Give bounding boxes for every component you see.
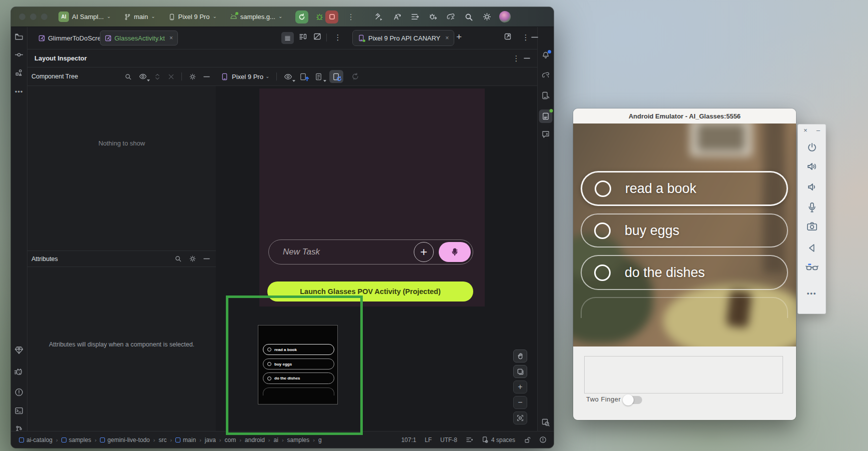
gradle-sync-icon[interactable]: [443, 10, 458, 24]
editor-more-icon[interactable]: ⋮: [331, 33, 344, 42]
run-options-more-icon[interactable]: ⋮: [344, 12, 357, 22]
target-device-selector[interactable]: Pixel 9 Pro⌄: [168, 13, 217, 20]
add-device-tab-icon[interactable]: +: [456, 32, 462, 42]
zoom-out-icon[interactable]: −: [513, 396, 527, 409]
tree-visibility-eye-icon[interactable]: [139, 72, 147, 80]
line-ending[interactable]: LF: [425, 436, 432, 444]
touchpad-area[interactable]: [584, 356, 783, 394]
panel-minimize-icon[interactable]: –: [817, 126, 820, 134]
layout-inspector-toggle-icon[interactable]: [541, 418, 550, 427]
settings-gear-icon[interactable]: [479, 10, 494, 24]
device-actions-list-icon[interactable]: [315, 72, 323, 81]
hide-tree-icon[interactable]: [203, 76, 210, 78]
device-visibility-eye-icon[interactable]: [284, 72, 292, 81]
close-tab-icon[interactable]: ×: [169, 34, 173, 42]
panel-close-icon[interactable]: ×: [804, 126, 808, 134]
zoom-in-icon[interactable]: +: [513, 380, 527, 394]
emulator-screen[interactable]: read a book buy eggs do the dishes: [573, 124, 796, 346]
volume-up-icon[interactable]: [806, 160, 818, 172]
toggle-layout-inspection-icon[interactable]: [329, 70, 343, 83]
profiler-icon[interactable]: [407, 10, 422, 24]
run-anything-icon[interactable]: [389, 10, 404, 24]
power-button-icon[interactable]: [806, 142, 818, 154]
device-tab-pixel9pro-canary[interactable]: Pixel 9 Pro API CANARY ×: [352, 30, 454, 46]
fit-to-screen-icon[interactable]: [513, 412, 527, 424]
radio-circle-icon[interactable]: [594, 264, 611, 281]
search-everywhere-icon[interactable]: [461, 10, 476, 24]
panel-options-icon[interactable]: ⋮: [519, 33, 532, 42]
hide-panel-icon[interactable]: [531, 36, 538, 38]
stop-button[interactable]: [325, 10, 338, 24]
refresh-icon[interactable]: [351, 72, 359, 80]
app-quality-insights-icon[interactable]: [14, 368, 24, 376]
open-in-window-icon[interactable]: [504, 32, 512, 40]
pan-hand-icon[interactable]: [513, 350, 527, 362]
editor-split-view-icon[interactable]: [299, 32, 307, 40]
camera-icon[interactable]: [806, 221, 818, 232]
mirrored-phone-screen[interactable]: New Task + Launch Glasses POV Activity (…: [259, 88, 485, 306]
file-encoding[interactable]: UTF-8: [440, 436, 457, 444]
launch-glasses-pov-button[interactable]: Launch Glasses POV Activity (Projected): [267, 282, 473, 302]
rerun-button[interactable]: [295, 10, 308, 24]
more-tool-windows-icon[interactable]: •••: [15, 88, 23, 96]
breadcrumb[interactable]: ai-catalog› samples› gemini-live-todo› s…: [19, 436, 322, 444]
traffic-lights[interactable]: [19, 14, 47, 20]
tree-search-icon[interactable]: [124, 73, 132, 80]
editor-list-view-icon[interactable]: [281, 32, 294, 44]
attach-debugger-icon[interactable]: [425, 10, 440, 24]
layers-icon[interactable]: [513, 365, 527, 378]
device-manager-icon[interactable]: [541, 91, 550, 100]
tab-glassesactivity[interactable]: GlassesActivity.kt ×: [100, 30, 178, 46]
glasses-pov-preview[interactable]: read a book buy eggs do the dishes: [258, 325, 338, 404]
gemini-chat-icon[interactable]: [541, 130, 550, 139]
emulator-titlebar[interactable]: Android Emulator - AI_Glasses:5556: [573, 108, 796, 124]
chevron-down-icon[interactable]: ⌄: [265, 74, 269, 79]
task-item-read-a-book[interactable]: read a book: [581, 171, 788, 206]
back-button-icon[interactable]: [807, 242, 818, 254]
inspector-options-icon[interactable]: ⋮: [510, 54, 523, 63]
notifications-bell-icon[interactable]: [541, 51, 550, 60]
run-configuration-selector[interactable]: samples.g...⌄: [230, 13, 282, 20]
terminal-icon[interactable]: [15, 406, 23, 415]
close-device-tab-icon[interactable]: ×: [445, 34, 449, 42]
radio-circle-icon[interactable]: [594, 222, 611, 239]
microphone-icon[interactable]: [806, 201, 818, 214]
hide-attributes-icon[interactable]: [203, 258, 210, 260]
tree-settings-gear-icon[interactable]: [189, 73, 196, 80]
unlock-icon[interactable]: [524, 436, 531, 444]
attributes-search-icon[interactable]: [174, 255, 182, 262]
close-window-button[interactable]: [19, 14, 25, 20]
two-finger-toggle[interactable]: [624, 396, 642, 404]
project-selector[interactable]: AI AI Sampl...⌄: [58, 12, 111, 22]
gemini-gem-icon[interactable]: [14, 346, 23, 354]
project-folder-icon[interactable]: [15, 32, 23, 41]
vcs-branch-selector[interactable]: main⌄: [124, 13, 155, 20]
attributes-settings-gear-icon[interactable]: [189, 255, 196, 262]
problems-icon[interactable]: [15, 388, 23, 396]
radio-circle-icon[interactable]: [595, 180, 611, 197]
mirrored-device-name[interactable]: Pixel 9 Pro: [232, 73, 263, 80]
commit-icon[interactable]: [15, 50, 23, 59]
structure-icon[interactable]: [15, 68, 23, 77]
hide-inspector-icon[interactable]: [524, 58, 530, 59]
indent-setting[interactable]: 4 spaces: [482, 436, 515, 444]
glasses-icon[interactable]: [805, 262, 819, 273]
cursor-position[interactable]: 107:1: [401, 436, 416, 444]
voice-input-button[interactable]: [439, 242, 471, 262]
task-item-do-the-dishes[interactable]: do the dishes: [581, 255, 788, 290]
editor-preview-icon[interactable]: [313, 32, 321, 40]
task-item-buy-eggs[interactable]: buy eggs: [581, 214, 788, 248]
volume-down-icon[interactable]: [806, 181, 818, 193]
upload-to-device-icon[interactable]: [299, 72, 308, 81]
column-selection-icon[interactable]: [466, 436, 473, 443]
build-hammer-icon[interactable]: [371, 10, 386, 24]
expand-all-icon[interactable]: [154, 73, 161, 80]
add-task-button[interactable]: +: [414, 242, 434, 262]
running-devices-icon[interactable]: [539, 110, 553, 123]
user-avatar[interactable]: [499, 11, 511, 22]
more-options-icon[interactable]: •••: [807, 290, 817, 297]
collapse-all-icon[interactable]: [168, 74, 174, 80]
maximize-window-button[interactable]: [41, 14, 47, 20]
warning-circle-icon[interactable]: [539, 436, 547, 444]
debug-button[interactable]: [313, 10, 325, 24]
